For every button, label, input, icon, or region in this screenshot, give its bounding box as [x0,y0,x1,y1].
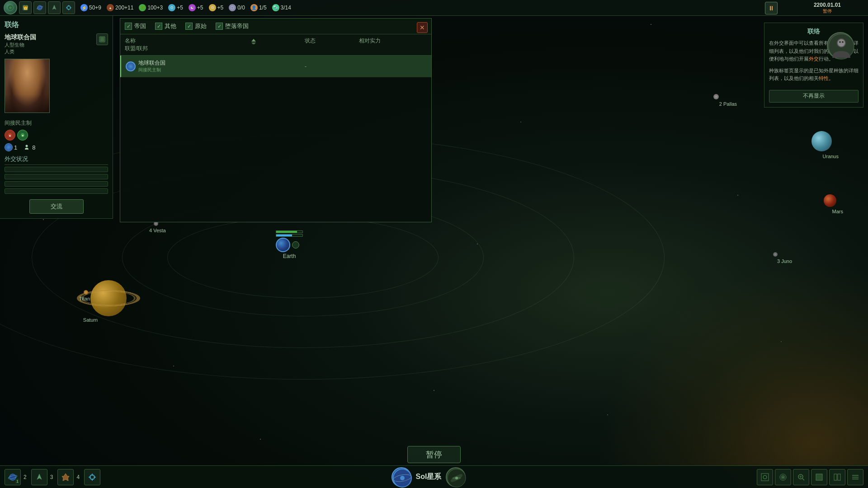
ethic-2-icon: ● [20,132,25,138]
earth-container: Earth [276,230,303,259]
alloys-icon: ⬡ [229,4,236,11]
ethics-row: ▲ ● [5,130,108,141]
ethic-icon-1[interactable]: ▲ [5,130,15,141]
fleets-btn[interactable] [48,1,61,14]
empire-header: 地球联合国 人型生物 人类 [5,33,108,55]
ethic-1-icon: ▲ [7,132,13,138]
filter-empire[interactable]: ✓ 帝国 [125,22,146,30]
system-icon-right[interactable] [446,467,466,487]
filter-fallen[interactable]: ✓ 堕落帝国 [216,22,249,30]
galaxy-icon [447,468,467,488]
menu-icon [851,473,859,481]
menu-btn[interactable] [847,469,863,485]
svg-rect-43 [761,474,769,481]
earth-action-icon-1[interactable] [292,241,299,249]
empire-name: 地球联合国 [5,33,36,42]
science-icon: ⚙ [168,4,175,11]
zoom-in-btn[interactable] [793,469,809,485]
col-alliance: 联盟/联邦 [125,45,250,52]
no-show-button[interactable]: 不再显示 [769,90,859,103]
empire-checkbox[interactable]: ✓ [125,23,132,30]
leader-portrait[interactable] [5,59,50,113]
pause-button[interactable]: ⏸ [765,2,778,14]
resource-minerals: ▲ 200+11 [107,4,133,11]
resource-science: ⚙ +5 [168,4,183,11]
minerals-value: 200+11 [115,5,133,11]
pause-icon: ⏸ [768,5,774,12]
bottom-military-btn[interactable] [57,469,74,485]
earth-planet[interactable] [276,238,290,252]
titan-planet[interactable] [84,290,88,295]
consumer-icon: 👤 [250,4,258,11]
bottom-tech-btn[interactable] [84,469,100,485]
origin-checkbox[interactable]: ✓ [185,23,193,30]
pause-text: 暂停 [426,450,442,459]
svg-point-26 [839,41,841,43]
pallas-planet[interactable] [713,94,719,99]
date-display: 2200.01.01 暂停 [814,0,841,16]
pop-stat-icon [23,143,31,151]
uranus-planet[interactable] [811,131,832,151]
mars-label: Mars [832,209,843,214]
svg-point-38 [400,476,405,480]
pop-icon: 🔩 [272,4,279,11]
highlight-traits: 特性 [819,75,829,81]
pause-overlay: 暂停 [407,446,461,463]
modal-close-button[interactable]: ✕ [417,22,428,33]
table-header: 名称 状态 相对实力 联盟/联邦 [120,34,431,56]
military-bottom-icon [61,473,70,482]
flag-icon [7,4,14,11]
diplomacy-bars [5,167,108,194]
svg-point-25 [838,39,845,47]
col-sort[interactable] [250,37,305,45]
system-icon-left[interactable] [392,467,411,487]
fleet-count-2: 3 [50,474,53,480]
orbital-ring-4 [167,217,439,298]
empire-row-status: - [305,63,359,70]
tech-count: 4 [76,474,80,480]
svg-marker-22 [251,42,256,44]
empire-row-sub: 间接民主制 [138,67,165,73]
empire-flag-btn[interactable] [4,1,17,14]
juno-planet[interactable] [773,252,778,257]
bottom-fleet-btn[interactable] [31,469,47,485]
technology-btn[interactable] [62,1,75,14]
juno-label: 3 Juno [777,258,792,264]
bottom-planets-btn[interactable]: 1 [5,469,21,485]
planets-btn[interactable] [33,1,46,14]
fleet-icon [51,4,58,11]
mars-planet[interactable] [824,194,836,207]
empire-overview-btn[interactable]: 👑 [19,1,32,14]
exchange-button[interactable]: 交流 [29,199,84,214]
right-info-panel: 联络 在外交界面中可以查看所有已知帝国的详细列表，以及他们对我们的态度，还可以便… [764,23,863,108]
fallen-checkbox[interactable]: ✓ [216,23,223,30]
filter-other[interactable]: ✓ 其他 [155,22,176,30]
dip-bar-2 [5,174,108,179]
minimap-btn[interactable] [757,469,773,485]
top-bar: 👑 ⚡ 50+9 ▲ 200+11 🌿 100+3 ⚙ + [0,0,868,16]
info-panel-header: 联络 [769,28,859,36]
other-checkbox[interactable]: ✓ [155,23,162,30]
fleet-count-1: 2 [24,474,27,480]
empire-species: 人类 [5,48,36,55]
empire-settings-btn[interactable] [96,33,108,45]
galaxy-map-btn[interactable] [775,469,791,485]
galaxy-map-icon [779,473,787,481]
pop-figure-icon [24,144,30,150]
unity-value: +5 [197,5,203,11]
saturn-planet[interactable] [90,280,127,316]
alloys-value: 0/0 [237,5,245,11]
empire-row-name-cell: 地球联合国 间接民主制 [126,59,250,73]
svg-text:👑: 👑 [23,5,28,10]
modal-empty-content [120,77,431,222]
filter-origin[interactable]: ✓ 原始 [185,22,207,30]
ethic-icon-2[interactable]: ● [17,130,28,141]
full-screen-btn[interactable] [811,469,827,485]
tech-bottom-icon [88,473,97,482]
earth-bar-2 [276,234,303,237]
svg-marker-6 [52,5,56,9]
svg-point-47 [782,476,784,478]
split-view-btn[interactable] [829,469,845,485]
influence-icon: ⚙ [209,4,216,11]
table-row[interactable]: 地球联合国 间接民主制 - [120,56,431,77]
